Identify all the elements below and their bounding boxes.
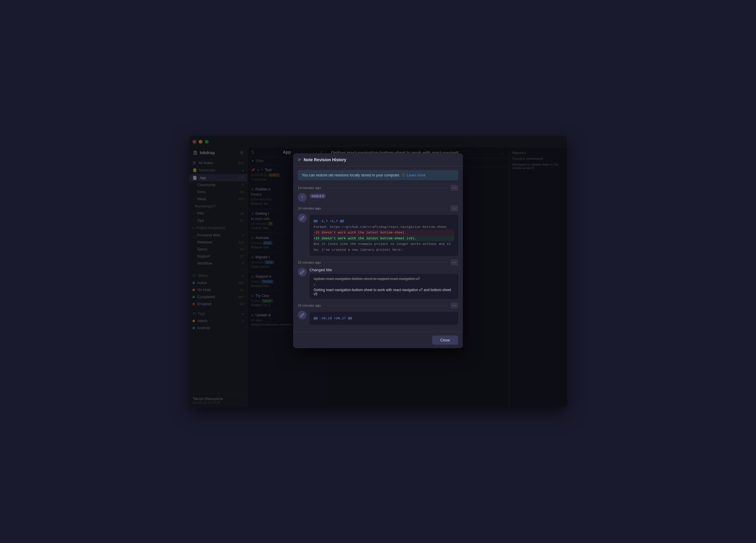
revision-diff-content: @@ -1,7 +1,7 @@ Forked: https://github.c… — [310, 214, 458, 256]
close-button[interactable]: Close — [432, 336, 458, 345]
diff-context: But it looks like the example project no… — [314, 241, 454, 247]
revision-entry: 14 minutes ago ⋯ T m/v5.6.0 — [298, 185, 458, 202]
revision-diff-content-2: @@ -20,18 +20,17 @@ — [310, 311, 458, 325]
diff-header-2: @@ -20,18 +20,17 @@ — [314, 316, 352, 320]
version-badge: m/v5.6.0 — [310, 194, 326, 198]
revision-line — [323, 208, 448, 209]
arrow-down-icon: ↓ — [314, 282, 454, 287]
edit-icon — [300, 313, 305, 317]
changed-title-label: Changed title — [310, 268, 458, 272]
revision-more-button[interactable]: ⋯ — [451, 260, 458, 265]
diff-header: @@ -1,7 +1,7 @@ — [314, 219, 344, 223]
title-change-block: Update react-navigation-bottom-sheet to … — [310, 274, 458, 299]
revision-content: m/v5.6.0 — [310, 193, 458, 200]
revision-avatar-row: @@ -20,18 +20,17 @@ — [298, 311, 458, 325]
revision-time-row: 14 minutes ago ⋯ — [298, 185, 458, 191]
revision-avatar-row: T m/v5.6.0 — [298, 193, 458, 202]
revision-time-row: 15 minutes ago ⋯ — [298, 260, 458, 265]
diff-block-2: @@ -20,18 +20,17 @@ — [310, 312, 458, 325]
revision-avatar — [298, 311, 307, 319]
revision-time-row: 14 minutes ago ⋯ — [298, 205, 458, 211]
info-text: You can restore old revisions locally st… — [302, 173, 400, 177]
revision-time: 15 minutes ago — [298, 261, 321, 264]
revision-line — [323, 188, 448, 188]
modal-header: ⟳ Note Revision History — [293, 153, 463, 166]
learn-more-link[interactable]: Learn more — [407, 173, 426, 177]
revision-time: 14 minutes ago — [298, 207, 321, 210]
old-title: Update react-navigation-bottom-sheet to … — [314, 277, 454, 281]
revision-entry: 15 minutes ago ⋯ @@ -20,18 +20,17 @@ — [298, 303, 458, 325]
revision-line — [323, 305, 448, 306]
revision-line — [323, 262, 448, 263]
revision-time: 14 minutes ago — [298, 186, 321, 190]
modal-overlay: ⟳ Note Revision History You can restore … — [189, 136, 567, 407]
revision-avatar: T — [298, 193, 307, 202]
revision-entry: 15 minutes ago ⋯ Changed title — [298, 260, 458, 299]
diff-removed: -It doesn't work with the latest bottom-… — [314, 230, 454, 236]
edit-icon — [300, 270, 305, 274]
revision-more-button[interactable]: ⋯ — [451, 303, 458, 308]
revision-avatar-row: @@ -1,7 +1,7 @@ Forked: https://github.c… — [298, 214, 458, 256]
edit-icon — [300, 216, 305, 220]
diff-context: So, I've created a new library project h… — [314, 247, 454, 253]
app-window: 📓 Inkdrop ⚙ ☰ All Notes 916 📒 Notebooks … — [189, 136, 567, 407]
revision-entry: 14 minutes ago ⋯ @@ -1,7 +1,7 @@ — [298, 205, 458, 256]
modal-title: Note Revision History — [304, 157, 346, 162]
info-icon: ⓘ — [402, 173, 405, 177]
revision-avatar — [298, 268, 307, 276]
new-title: Getting react-navigation-bottom-sheet to… — [314, 288, 454, 296]
revision-more-button[interactable]: ⋯ — [451, 185, 458, 191]
revision-history-modal: ⟳ Note Revision History You can restore … — [293, 153, 463, 348]
info-banner: You can restore old revisions locally st… — [298, 170, 458, 180]
revision-more-button[interactable]: ⋯ — [451, 205, 458, 211]
modal-body: You can restore old revisions locally st… — [293, 166, 463, 332]
modal-footer: Close — [293, 332, 463, 348]
history-icon: ⟳ — [298, 157, 301, 162]
diff-block: @@ -1,7 +1,7 @@ Forked: https://github.c… — [310, 215, 458, 256]
revision-time-row: 15 minutes ago ⋯ — [298, 303, 458, 308]
avatar-initial: T — [301, 195, 303, 200]
diff-context: Forked: https://github.com/craftzdog/rea… — [314, 224, 454, 230]
revision-avatar — [298, 214, 307, 222]
revision-title-change-content: Changed title Update react-navigation-bo… — [310, 268, 458, 299]
diff-added: +It doesn't work with the latest bottom-… — [314, 236, 454, 241]
revision-avatar-row: Changed title Update react-navigation-bo… — [298, 268, 458, 299]
revision-time: 15 minutes ago — [298, 304, 321, 307]
